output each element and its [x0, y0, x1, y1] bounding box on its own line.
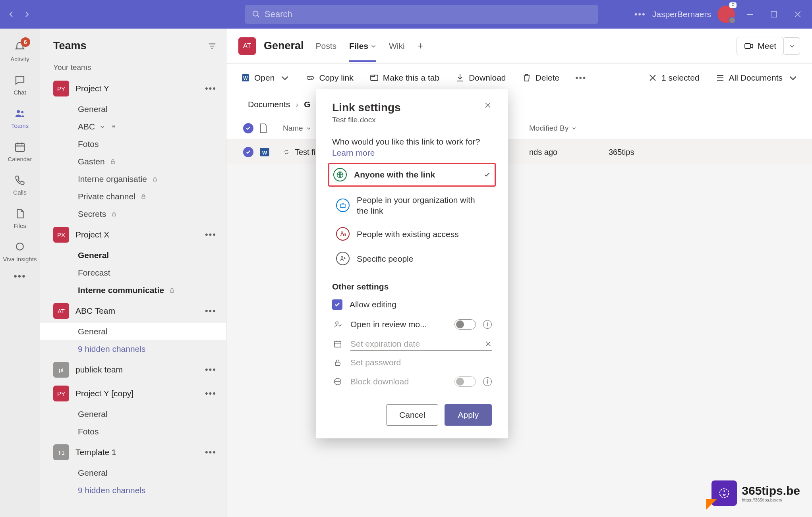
allow-editing-row[interactable]: Allow editing	[332, 295, 492, 314]
breadcrumb-root[interactable]: Documents	[248, 100, 290, 109]
team-row[interactable]: PY Project Y [copy] •••	[40, 382, 226, 405]
info-icon[interactable]: i	[483, 377, 492, 386]
option-anyone[interactable]: Anyone with the link	[328, 163, 496, 187]
channel-item[interactable]: Interne communicatie	[40, 282, 226, 299]
option-organization[interactable]: People in your organization with the lin…	[332, 189, 492, 222]
team-more-icon[interactable]: •••	[205, 388, 217, 399]
channel-item[interactable]: General	[40, 405, 226, 423]
channel-item[interactable]: General	[40, 323, 226, 340]
team-row[interactable]: PX Project X •••	[40, 223, 226, 247]
channel-item[interactable]: 9 hidden channels	[40, 482, 226, 499]
team-row[interactable]: T1 Template 1 •••	[40, 440, 226, 464]
team-name: Project X	[75, 230, 199, 239]
tab-posts[interactable]: Posts	[316, 30, 337, 62]
breadcrumb: Documents › G	[226, 92, 812, 117]
rail-activity[interactable]: 6 Activity	[0, 34, 40, 68]
search-placeholder: Search	[265, 9, 292, 19]
lock-icon	[332, 358, 343, 367]
modal-subtitle: Test file.docx	[332, 116, 401, 124]
review-mode-toggle[interactable]	[454, 319, 476, 330]
chevron-down-icon[interactable]	[572, 126, 576, 131]
team-row[interactable]: AT ABC Team •••	[40, 299, 226, 323]
calendar-icon	[332, 340, 343, 348]
window-close-icon[interactable]	[789, 8, 806, 21]
search-input[interactable]: Search	[245, 5, 598, 24]
nav-back-icon[interactable]	[6, 9, 17, 20]
open-button[interactable]: W Open	[241, 73, 290, 83]
allow-editing-checkbox[interactable]	[332, 299, 342, 310]
team-row[interactable]: PY Project Y •••	[40, 77, 226, 100]
channel-item[interactable]: General	[40, 100, 226, 118]
learn-more-link[interactable]: Learn more	[332, 148, 375, 157]
channel-item[interactable]: Gasten	[40, 153, 226, 170]
rail-viva[interactable]: Viva Insights	[0, 234, 40, 268]
rail-teams[interactable]: Teams	[0, 101, 40, 134]
rail-more-icon[interactable]: •••	[14, 271, 26, 282]
titlebar-more-icon[interactable]: •••	[634, 9, 646, 19]
channel-item[interactable]: Private channel	[40, 188, 226, 205]
col-modified-by[interactable]: Modified By	[529, 124, 568, 133]
svg-rect-9	[112, 214, 116, 216]
rail-chat[interactable]: Chat	[0, 68, 40, 101]
team-more-icon[interactable]: •••	[205, 365, 217, 375]
channel-item[interactable]: General	[40, 464, 226, 482]
team-more-icon[interactable]: •••	[205, 230, 217, 240]
col-name[interactable]: Name	[283, 124, 303, 133]
download-button[interactable]: Download	[455, 73, 506, 83]
channel-item[interactable]: Forecast	[40, 264, 226, 282]
apply-button[interactable]: Apply	[445, 404, 492, 426]
people-lock-icon	[336, 227, 350, 241]
team-row[interactable]: pt publiek team •••	[40, 358, 226, 382]
channel-item[interactable]: ABC	[40, 118, 226, 135]
option-existing[interactable]: People with existing access	[332, 222, 492, 246]
table-row[interactable]: W Test file nds ago 365tips	[226, 140, 812, 164]
team-more-icon[interactable]: •••	[205, 306, 217, 316]
svg-rect-18	[340, 204, 345, 207]
clear-date-icon[interactable]	[485, 340, 492, 347]
modified-time: nds ago	[529, 148, 557, 156]
channel-item[interactable]: Interne organisatie	[40, 170, 226, 188]
modal-close-icon[interactable]	[484, 101, 492, 109]
add-tab-icon[interactable]: +	[418, 40, 423, 52]
channel-item[interactable]: 9 hidden channels	[40, 340, 226, 358]
tab-files[interactable]: Files	[349, 30, 376, 62]
info-icon[interactable]: i	[483, 320, 492, 329]
meet-button[interactable]: Meet	[737, 37, 784, 55]
channel-item[interactable]: Fotos	[40, 135, 226, 153]
filter-icon[interactable]	[208, 42, 217, 50]
select-all-checkbox[interactable]	[243, 123, 253, 133]
watermark-logo-icon	[711, 480, 737, 506]
team-more-icon[interactable]: •••	[205, 447, 217, 457]
team-more-icon[interactable]: •••	[205, 83, 217, 94]
copy-link-button[interactable]: Copy link	[305, 73, 353, 83]
toolbar-more-icon[interactable]: •••	[575, 73, 586, 83]
app-rail: 6 Activity Chat Teams Calendar Calls Fil…	[0, 29, 40, 517]
svg-point-0	[253, 11, 258, 16]
download-icon	[455, 73, 465, 83]
chevron-down-icon[interactable]	[306, 126, 311, 131]
row-checkbox[interactable]	[243, 147, 253, 157]
delete-button[interactable]: Delete	[522, 73, 560, 83]
window-maximize-icon[interactable]	[765, 8, 783, 21]
svg-text:W: W	[262, 150, 267, 156]
team-badge: PY	[53, 386, 69, 401]
meet-dropdown[interactable]	[785, 37, 800, 55]
view-selector[interactable]: All Documents	[715, 73, 798, 83]
svg-rect-1	[747, 14, 753, 15]
channel-item[interactable]: Fotos	[40, 423, 226, 440]
clear-selection-button[interactable]: 1 selected	[648, 73, 700, 83]
channel-item[interactable]: General	[40, 247, 226, 264]
rail-calls[interactable]: Calls	[0, 168, 40, 201]
rail-calendar[interactable]: Calendar	[0, 134, 40, 168]
avatar[interactable]: P	[717, 6, 735, 23]
nav-forward-icon[interactable]	[21, 9, 33, 20]
rail-files[interactable]: Files	[0, 201, 40, 234]
window-minimize-icon[interactable]	[741, 8, 759, 21]
channel-item[interactable]: Secrets	[40, 205, 226, 223]
option-specific[interactable]: Specific people	[332, 246, 492, 271]
user-name: JasperBernaers	[652, 10, 711, 19]
make-tab-button[interactable]: Make this a tab	[369, 73, 439, 83]
tab-wiki[interactable]: Wiki	[389, 30, 405, 62]
other-settings-header: Other settings	[332, 282, 492, 291]
cancel-button[interactable]: Cancel	[386, 404, 438, 426]
